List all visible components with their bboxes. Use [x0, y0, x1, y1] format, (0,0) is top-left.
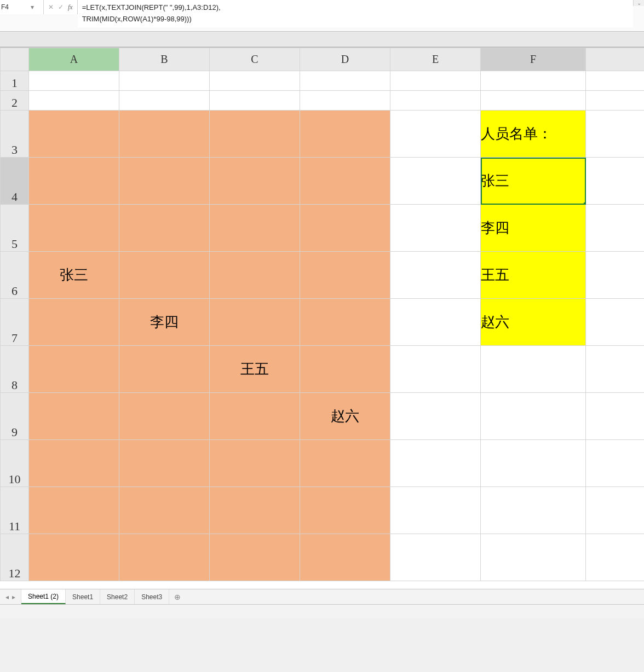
name-box-dropdown-icon[interactable]: ▾ — [30, 4, 35, 10]
formula-expand-icon[interactable]: ⌄ — [633, 0, 644, 6]
tab-nav-controls[interactable]: ◂ ▸ — [0, 589, 21, 604]
cell-E12[interactable] — [390, 534, 481, 581]
cell-F12[interactable] — [481, 534, 586, 581]
cell-E2[interactable] — [390, 91, 481, 111]
cell-C4[interactable] — [210, 158, 300, 205]
cell-A12[interactable] — [29, 534, 119, 581]
row-header-10[interactable]: 10 — [1, 440, 29, 487]
cell-C8[interactable]: 王五 — [210, 346, 300, 393]
cell-C5[interactable] — [210, 205, 300, 252]
col-header-D[interactable]: D — [300, 48, 390, 71]
cell-F3[interactable]: 人员名单： — [481, 111, 586, 158]
row-header-4[interactable]: 4 — [1, 158, 29, 205]
cell-G5[interactable] — [586, 205, 645, 252]
cell-D10[interactable] — [300, 440, 390, 487]
cell-A7[interactable] — [29, 299, 119, 346]
cell-B12[interactable] — [119, 534, 210, 581]
cell-C3[interactable] — [210, 111, 300, 158]
cell-A4[interactable] — [29, 158, 119, 205]
cell-G10[interactable] — [586, 440, 645, 487]
cell-D11[interactable] — [300, 487, 390, 534]
cell-G1[interactable] — [586, 71, 645, 91]
formula-input[interactable]: =LET(x,TEXTJOIN(REPT(" ",99),1,A3:D12), … — [78, 0, 633, 27]
cell-G12[interactable] — [586, 534, 645, 581]
cell-F5[interactable]: 李四 — [481, 205, 586, 252]
cell-E5[interactable] — [390, 205, 481, 252]
cell-B10[interactable] — [119, 440, 210, 487]
cell-E3[interactable] — [390, 111, 481, 158]
col-header-A[interactable]: A — [29, 48, 119, 71]
select-all-corner[interactable] — [1, 48, 29, 71]
cell-C11[interactable] — [210, 487, 300, 534]
cell-E1[interactable] — [390, 71, 481, 91]
row-header-11[interactable]: 11 — [1, 487, 29, 534]
row-header-1[interactable]: 1 — [1, 71, 29, 91]
cell-A11[interactable] — [29, 487, 119, 534]
cell-C9[interactable] — [210, 393, 300, 440]
cell-G7[interactable] — [586, 299, 645, 346]
cell-A5[interactable] — [29, 205, 119, 252]
cell-B1[interactable] — [119, 71, 210, 91]
sheet-area[interactable]: A B C D E F 1 2 3 人员名单： 4 — [0, 47, 644, 594]
sheet-tab-3[interactable]: Sheet3 — [135, 589, 169, 604]
name-box-wrap[interactable]: ▾ — [0, 0, 44, 14]
tab-nav-prev-icon[interactable]: ◂ — [5, 593, 9, 601]
cell-F4[interactable]: 张三 — [481, 158, 586, 205]
cancel-icon[interactable]: ✕ — [48, 3, 54, 11]
cell-C10[interactable] — [210, 440, 300, 487]
fx-icon[interactable]: fx — [68, 3, 73, 11]
cell-B4[interactable] — [119, 158, 210, 205]
cell-F7[interactable]: 赵六 — [481, 299, 586, 346]
row-header-12[interactable]: 12 — [1, 534, 29, 581]
cell-A8[interactable] — [29, 346, 119, 393]
row-header-7[interactable]: 7 — [1, 299, 29, 346]
cell-C2[interactable] — [210, 91, 300, 111]
name-box[interactable] — [1, 3, 30, 11]
row-header-5[interactable]: 5 — [1, 205, 29, 252]
cell-G4[interactable] — [586, 158, 645, 205]
sheet-tab-2[interactable]: Sheet2 — [100, 589, 135, 604]
cell-A1[interactable] — [29, 71, 119, 91]
cell-D1[interactable] — [300, 71, 390, 91]
cell-C6[interactable] — [210, 252, 300, 299]
row-header-2[interactable]: 2 — [1, 91, 29, 111]
cell-G9[interactable] — [586, 393, 645, 440]
cell-B9[interactable] — [119, 393, 210, 440]
row-header-8[interactable]: 8 — [1, 346, 29, 393]
cell-G6[interactable] — [586, 252, 645, 299]
cell-G3[interactable] — [586, 111, 645, 158]
cell-F8[interactable] — [481, 346, 586, 393]
sheet-tab-0[interactable]: Sheet1 (2) — [21, 589, 66, 604]
cell-D4[interactable] — [300, 158, 390, 205]
add-sheet-button[interactable]: ⊕ — [169, 589, 186, 604]
row-header-3[interactable]: 3 — [1, 111, 29, 158]
cell-E6[interactable] — [390, 252, 481, 299]
cell-D2[interactable] — [300, 91, 390, 111]
cell-E7[interactable] — [390, 299, 481, 346]
cell-D5[interactable] — [300, 205, 390, 252]
cell-B11[interactable] — [119, 487, 210, 534]
cell-E11[interactable] — [390, 487, 481, 534]
cell-C1[interactable] — [210, 71, 300, 91]
cell-B7[interactable]: 李四 — [119, 299, 210, 346]
cell-G11[interactable] — [586, 487, 645, 534]
cell-C12[interactable] — [210, 534, 300, 581]
accept-icon[interactable]: ✓ — [58, 3, 64, 11]
cell-B5[interactable] — [119, 205, 210, 252]
sheet-tab-1[interactable]: Sheet1 — [66, 589, 100, 604]
col-header-E[interactable]: E — [390, 48, 481, 71]
cell-F2[interactable] — [481, 91, 586, 111]
cell-A10[interactable] — [29, 440, 119, 487]
cell-E9[interactable] — [390, 393, 481, 440]
row-header-6[interactable]: 6 — [1, 252, 29, 299]
cell-D3[interactable] — [300, 111, 390, 158]
cell-A3[interactable] — [29, 111, 119, 158]
col-header-C[interactable]: C — [210, 48, 300, 71]
cell-D7[interactable] — [300, 299, 390, 346]
cell-A6[interactable]: 张三 — [29, 252, 119, 299]
cell-A2[interactable] — [29, 91, 119, 111]
cell-B3[interactable] — [119, 111, 210, 158]
row-header-9[interactable]: 9 — [1, 393, 29, 440]
cell-B8[interactable] — [119, 346, 210, 393]
cell-G2[interactable] — [586, 91, 645, 111]
